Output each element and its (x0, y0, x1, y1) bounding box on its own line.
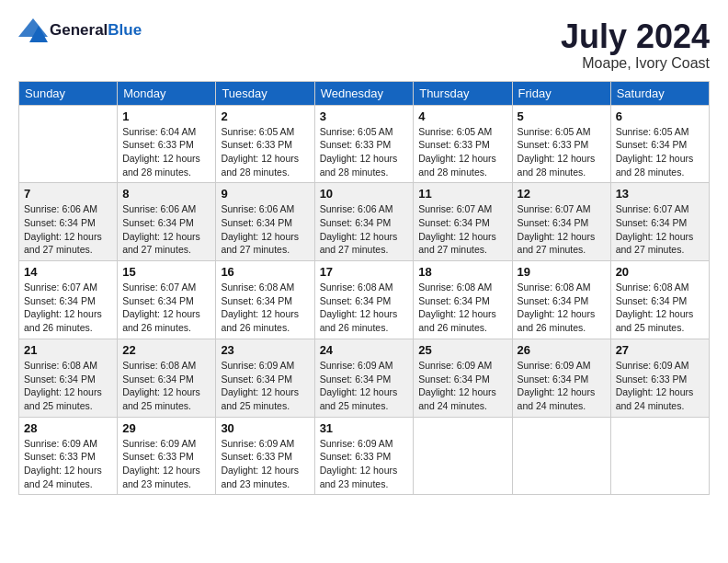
day-info: Sunrise: 6:08 AM Sunset: 6:34 PM Dayligh… (518, 281, 606, 335)
calendar-cell (19, 105, 118, 183)
calendar-cell: 29Sunrise: 6:09 AM Sunset: 6:33 PM Dayli… (118, 417, 216, 495)
calendar-week-row: 28Sunrise: 6:09 AM Sunset: 6:33 PM Dayli… (19, 417, 710, 495)
col-header-monday: Monday (118, 81, 216, 105)
calendar-cell: 26Sunrise: 6:09 AM Sunset: 6:34 PM Dayli… (512, 339, 610, 417)
day-info: Sunrise: 6:05 AM Sunset: 6:33 PM Dayligh… (418, 125, 506, 179)
calendar-cell: 27Sunrise: 6:09 AM Sunset: 6:33 PM Dayli… (610, 339, 709, 417)
day-info: Sunrise: 6:09 AM Sunset: 6:33 PM Dayligh… (122, 437, 210, 491)
day-number: 25 (418, 343, 506, 357)
day-number: 17 (320, 265, 409, 279)
location-subtitle: Moape, Ivory Coast (561, 55, 710, 72)
calendar-cell: 12Sunrise: 6:07 AM Sunset: 6:34 PM Dayli… (512, 183, 610, 261)
col-header-thursday: Thursday (414, 81, 512, 105)
logo: GeneralBlue (18, 18, 142, 42)
day-info: Sunrise: 6:09 AM Sunset: 6:33 PM Dayligh… (221, 437, 309, 491)
day-number: 3 (320, 109, 409, 123)
calendar-cell: 20Sunrise: 6:08 AM Sunset: 6:34 PM Dayli… (610, 261, 709, 339)
calendar-cell: 6Sunrise: 6:05 AM Sunset: 6:34 PM Daylig… (610, 105, 709, 183)
month-year-title: July 2024 (561, 18, 710, 55)
calendar-cell: 13Sunrise: 6:07 AM Sunset: 6:34 PM Dayli… (610, 183, 709, 261)
day-info: Sunrise: 6:09 AM Sunset: 6:34 PM Dayligh… (418, 359, 506, 413)
day-number: 23 (221, 343, 309, 357)
day-number: 5 (518, 109, 606, 123)
calendar-cell (414, 417, 512, 495)
calendar-cell: 24Sunrise: 6:09 AM Sunset: 6:34 PM Dayli… (314, 339, 414, 417)
col-header-friday: Friday (512, 81, 610, 105)
day-info: Sunrise: 6:08 AM Sunset: 6:34 PM Dayligh… (24, 359, 112, 413)
day-info: Sunrise: 6:06 AM Sunset: 6:34 PM Dayligh… (24, 202, 112, 257)
day-number: 13 (616, 187, 704, 201)
day-number: 30 (221, 421, 309, 435)
calendar-cell: 23Sunrise: 6:09 AM Sunset: 6:34 PM Dayli… (216, 339, 314, 417)
col-header-wednesday: Wednesday (314, 81, 414, 105)
page-header: GeneralBlue July 2024 Moape, Ivory Coast (18, 18, 710, 72)
calendar-cell: 7Sunrise: 6:06 AM Sunset: 6:34 PM Daylig… (19, 183, 118, 261)
logo-icon (18, 18, 48, 42)
day-info: Sunrise: 6:09 AM Sunset: 6:34 PM Dayligh… (221, 359, 309, 413)
calendar-cell: 5Sunrise: 6:05 AM Sunset: 6:33 PM Daylig… (512, 105, 610, 183)
calendar-table: SundayMondayTuesdayWednesdayThursdayFrid… (18, 81, 710, 496)
calendar-cell: 30Sunrise: 6:09 AM Sunset: 6:33 PM Dayli… (216, 417, 314, 495)
day-number: 6 (616, 109, 704, 123)
day-info: Sunrise: 6:05 AM Sunset: 6:33 PM Dayligh… (320, 125, 409, 179)
calendar-cell: 11Sunrise: 6:07 AM Sunset: 6:34 PM Dayli… (414, 183, 512, 261)
calendar-cell: 2Sunrise: 6:05 AM Sunset: 6:33 PM Daylig… (216, 105, 314, 183)
day-info: Sunrise: 6:09 AM Sunset: 6:33 PM Dayligh… (24, 437, 112, 491)
calendar-week-row: 21Sunrise: 6:08 AM Sunset: 6:34 PM Dayli… (19, 339, 710, 417)
day-number: 8 (122, 187, 210, 201)
day-number: 28 (24, 421, 112, 435)
day-info: Sunrise: 6:09 AM Sunset: 6:33 PM Dayligh… (616, 359, 704, 413)
day-number: 4 (418, 109, 506, 123)
day-info: Sunrise: 6:04 AM Sunset: 6:33 PM Dayligh… (122, 125, 210, 179)
svg-marker-0 (18, 18, 48, 37)
day-info: Sunrise: 6:08 AM Sunset: 6:34 PM Dayligh… (616, 281, 704, 335)
calendar-cell: 4Sunrise: 6:05 AM Sunset: 6:33 PM Daylig… (414, 105, 512, 183)
calendar-cell: 8Sunrise: 6:06 AM Sunset: 6:34 PM Daylig… (118, 183, 216, 261)
day-number: 10 (320, 187, 409, 201)
day-number: 20 (616, 265, 704, 279)
calendar-cell: 25Sunrise: 6:09 AM Sunset: 6:34 PM Dayli… (414, 339, 512, 417)
day-info: Sunrise: 6:08 AM Sunset: 6:34 PM Dayligh… (320, 281, 409, 335)
day-info: Sunrise: 6:06 AM Sunset: 6:34 PM Dayligh… (122, 202, 210, 257)
calendar-cell: 1Sunrise: 6:04 AM Sunset: 6:33 PM Daylig… (118, 105, 216, 183)
col-header-tuesday: Tuesday (216, 81, 314, 105)
day-number: 22 (122, 343, 210, 357)
calendar-week-row: 1Sunrise: 6:04 AM Sunset: 6:33 PM Daylig… (19, 105, 710, 183)
logo-blue-text: Blue (108, 21, 142, 39)
day-info: Sunrise: 6:09 AM Sunset: 6:33 PM Dayligh… (320, 437, 409, 491)
col-header-saturday: Saturday (610, 81, 709, 105)
day-number: 27 (616, 343, 704, 357)
calendar-cell: 3Sunrise: 6:05 AM Sunset: 6:33 PM Daylig… (314, 105, 414, 183)
day-number: 19 (518, 265, 606, 279)
day-number: 29 (122, 421, 210, 435)
calendar-cell: 9Sunrise: 6:06 AM Sunset: 6:34 PM Daylig… (216, 183, 314, 261)
day-info: Sunrise: 6:05 AM Sunset: 6:34 PM Dayligh… (616, 125, 704, 179)
calendar-cell: 21Sunrise: 6:08 AM Sunset: 6:34 PM Dayli… (19, 339, 118, 417)
day-info: Sunrise: 6:09 AM Sunset: 6:34 PM Dayligh… (518, 359, 606, 413)
calendar-cell: 16Sunrise: 6:08 AM Sunset: 6:34 PM Dayli… (216, 261, 314, 339)
day-info: Sunrise: 6:07 AM Sunset: 6:34 PM Dayligh… (418, 202, 506, 257)
calendar-cell: 28Sunrise: 6:09 AM Sunset: 6:33 PM Dayli… (19, 417, 118, 495)
day-info: Sunrise: 6:07 AM Sunset: 6:34 PM Dayligh… (616, 202, 704, 257)
calendar-cell: 31Sunrise: 6:09 AM Sunset: 6:33 PM Dayli… (314, 417, 414, 495)
day-number: 9 (221, 187, 309, 201)
day-number: 31 (320, 421, 409, 435)
day-number: 11 (418, 187, 506, 201)
day-number: 2 (221, 109, 309, 123)
calendar-week-row: 7Sunrise: 6:06 AM Sunset: 6:34 PM Daylig… (19, 183, 710, 261)
calendar-week-row: 14Sunrise: 6:07 AM Sunset: 6:34 PM Dayli… (19, 261, 710, 339)
calendar-cell: 17Sunrise: 6:08 AM Sunset: 6:34 PM Dayli… (314, 261, 414, 339)
calendar-cell: 22Sunrise: 6:08 AM Sunset: 6:34 PM Dayli… (118, 339, 216, 417)
col-header-sunday: Sunday (19, 81, 118, 105)
logo-general-text: General (50, 21, 108, 39)
day-number: 15 (122, 265, 210, 279)
day-info: Sunrise: 6:06 AM Sunset: 6:34 PM Dayligh… (320, 202, 409, 257)
day-number: 14 (24, 265, 112, 279)
day-number: 21 (24, 343, 112, 357)
calendar-cell (610, 417, 709, 495)
day-info: Sunrise: 6:08 AM Sunset: 6:34 PM Dayligh… (221, 281, 309, 335)
calendar-cell (512, 417, 610, 495)
day-info: Sunrise: 6:06 AM Sunset: 6:34 PM Dayligh… (221, 202, 309, 257)
calendar-cell: 15Sunrise: 6:07 AM Sunset: 6:34 PM Dayli… (118, 261, 216, 339)
day-number: 7 (24, 187, 112, 201)
